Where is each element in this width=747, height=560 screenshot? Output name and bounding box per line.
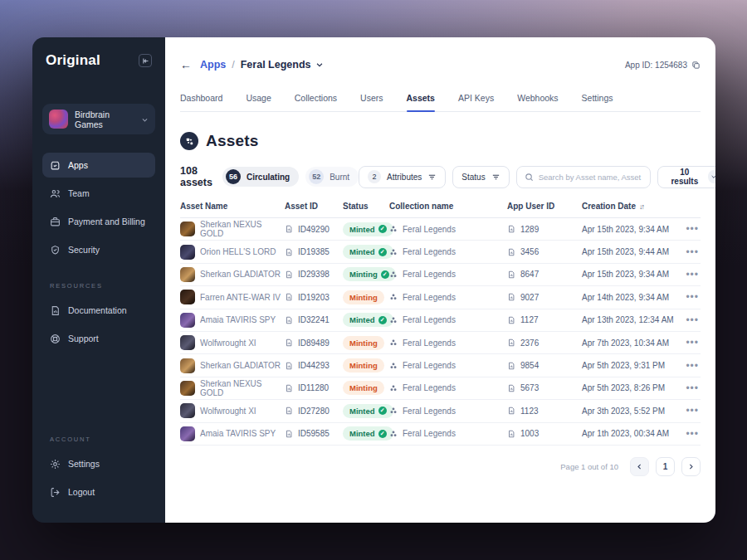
status-badge: Minted ✓ [343,313,393,327]
org-selector[interactable]: Birdbrain Games [42,104,155,134]
row-menu-icon[interactable]: ••• [686,405,701,416]
tab-dashboard[interactable]: Dashboard [180,93,222,111]
circulating-label: Circulating [247,173,290,182]
status-badge: Minted ✓ [343,404,393,418]
row-menu-icon[interactable]: ••• [686,269,701,280]
back-arrow-icon[interactable]: ← [180,59,192,71]
row-menu-icon[interactable]: ••• [686,337,701,348]
attributes-filter-button[interactable]: 2 Attributes [359,166,446,188]
status-label: Minting [349,383,378,392]
tab-assets[interactable]: Assets [407,93,435,111]
table-row[interactable]: Sherkan GLADIATOR ID44293 Minting Feral … [180,354,701,377]
app-user-id: 2376 [520,338,539,348]
table-row[interactable]: Farren ANTE-WAR IV ID19203 Minting Feral… [180,286,701,309]
next-page-button[interactable] [681,457,701,476]
app-user-id: 5673 [520,383,539,392]
sidebar-item-security[interactable]: Security [42,237,155,262]
asset-id: ID19385 [298,247,330,256]
asset-name: Sherkan NEXUS GOLD [200,220,285,238]
asset-avatar [180,313,195,328]
sidebar-item-logout[interactable]: Logout [42,480,155,504]
breadcrumb-separator: / [232,59,234,71]
sidebar-item-team[interactable]: Team [42,181,155,206]
page-number-button[interactable]: 1 [656,457,675,476]
sidebar-collapse-icon[interactable] [139,54,152,67]
row-menu-icon[interactable]: ••• [686,428,701,440]
attributes-count-badge: 2 [368,170,381,183]
tab-users[interactable]: Users [360,93,383,111]
column-header-creation-date: Creation Date ↓↑ [582,202,675,211]
collection-name: Feral Legends [403,315,456,324]
table-row[interactable]: Wolfwrought XI ID89489 Minting Feral Leg… [180,332,701,354]
page-summary: Page 1 out of 10 [560,462,618,471]
table-row[interactable]: Orion HELL'S LORD ID19385 Minted ✓ Feral… [180,241,701,263]
tab-api-keys[interactable]: API Keys [458,93,494,111]
sort-icon[interactable]: ↓↑ [639,202,643,211]
column-header-asset-id: Asset ID [285,202,343,211]
breadcrumb-apps-link[interactable]: Apps [200,59,226,71]
table-header-row: Asset Name Asset ID Status Collection na… [180,202,701,218]
creation-date: Apr 14th 2023, 9:34 AM [582,293,675,302]
wallet-icon [50,217,61,227]
search-input[interactable] [539,173,642,182]
status-badge: Minting [343,358,384,373]
status-filter-button[interactable]: Status [452,166,509,188]
table-body: Sherkan NEXUS GOLD ID49290 Minted ✓ Fera… [180,218,701,446]
column-header-status: Status [343,202,389,211]
tab-usage[interactable]: Usage [246,93,271,111]
status-badge: Minting [343,381,384,395]
asset-avatar [180,381,195,396]
sidebar-item-payment[interactable]: Payment and Billing [42,209,155,234]
table-row[interactable]: Sherkan GLADIATOR ID29398 Minting ✓ Fera… [180,264,701,286]
table-row[interactable]: Sherkan NEXUS GOLD ID11280 Minting Feral… [180,377,701,400]
copy-icon[interactable] [691,61,701,70]
collection-icon [389,430,398,438]
asset-name: Amaia TAVIRIS SPY [200,429,276,438]
table-row[interactable]: Sherkan NEXUS GOLD ID49290 Minted ✓ Fera… [180,218,701,241]
status-badge: Minted ✓ [343,222,393,236]
breadcrumb: ← Apps / Feral Legends App ID: 1254683 [180,59,701,71]
account-section-label: ACCOUNT [50,436,155,443]
table-row[interactable]: Amaia TAVIRIS SPY ID32241 Minted ✓ Feral… [180,309,701,332]
tab-settings[interactable]: Settings [582,93,613,111]
collection-name: Feral Legends [403,293,456,302]
file-icon [285,362,293,370]
collection-icon [389,338,398,347]
resources-section-label: RESOURCES [50,282,155,290]
assets-icon [180,132,198,150]
sidebar-item-label: Logout [68,487,95,497]
row-menu-icon[interactable]: ••• [686,291,701,303]
results-per-page-dropdown[interactable]: 10 results [657,166,715,188]
row-menu-icon[interactable]: ••• [686,360,701,372]
sidebar-item-apps[interactable]: Apps [42,153,155,178]
file-icon [507,362,515,370]
asset-avatar [180,403,195,418]
prev-page-button[interactable] [630,457,649,476]
sidebar-item-settings[interactable]: Settings [42,451,155,476]
status-badge: Minting ✓ [343,267,396,281]
sidebar-item-label: Documentation [68,305,127,315]
file-icon [285,293,293,301]
table-row[interactable]: Amaia TAVIRIS SPY ID59585 Minted ✓ Feral… [180,423,701,446]
table-row[interactable]: Wolfwrought XI ID27280 Minted ✓ Feral Le… [180,400,701,422]
asset-name: Sherkan NEXUS GOLD [200,379,285,397]
row-menu-icon[interactable]: ••• [686,223,701,235]
status-label: Minted [349,247,375,256]
row-menu-icon[interactable]: ••• [686,246,701,258]
tab-collections[interactable]: Collections [295,93,337,111]
tab-webhooks[interactable]: Webhooks [517,93,558,111]
sidebar-item-documentation[interactable]: Documentation [42,298,155,323]
sidebar-resources: Documentation Support [42,298,155,351]
app-logo: Original [46,52,100,69]
shield-check-icon [50,245,61,256]
chevron-down-icon[interactable] [315,61,324,69]
collection-name: Feral Legends [403,361,456,370]
document-icon [50,305,61,316]
sidebar-account: Settings Logout [42,451,155,504]
asset-name: Farren ANTE-WAR IV [200,293,281,302]
app-user-id: 1289 [520,225,539,234]
row-menu-icon[interactable]: ••• [686,314,701,326]
row-menu-icon[interactable]: ••• [686,382,701,394]
column-header-asset-name: Asset Name [180,202,285,211]
sidebar-item-support[interactable]: Support [42,326,155,351]
